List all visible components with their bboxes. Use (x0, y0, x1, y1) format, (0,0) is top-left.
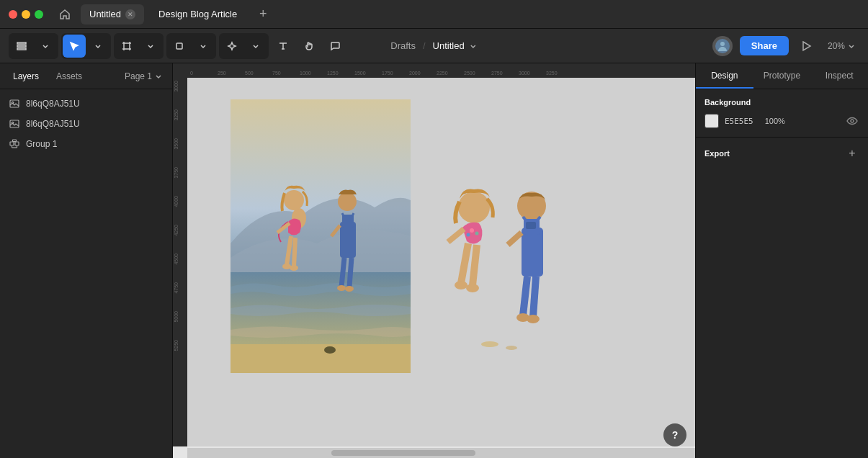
tab-design-blog[interactable]: Design Blog Article (150, 4, 246, 24)
image-layer-icon-2 (9, 118, 20, 130)
svg-rect-20 (10, 142, 14, 145)
visibility-toggle-button[interactable] (845, 114, 859, 128)
tool-group-frame (114, 33, 164, 59)
sidebar-tab-assets[interactable]: Assets (49, 68, 89, 84)
svg-rect-28 (231, 344, 411, 373)
add-tab-button[interactable]: + (254, 6, 272, 23)
zoom-control[interactable]: 20% (823, 38, 859, 54)
page-selector[interactable]: Page 1 (120, 69, 166, 84)
tool-group-cursor (61, 33, 111, 59)
svg-line-63 (533, 277, 536, 317)
svg-rect-2 (17, 48, 26, 50)
svg-line-53 (448, 229, 464, 242)
tool-group-shape (166, 33, 216, 59)
tab-untitled[interactable]: Untitled ✕ (81, 4, 144, 24)
toolbar: Drafts / Untitled Share 20% (0, 29, 868, 63)
export-section: Export + (696, 138, 868, 169)
svg-line-41 (341, 258, 344, 287)
svg-rect-1 (17, 45, 26, 47)
panel-tab-design[interactable]: Design (696, 63, 753, 89)
close-button[interactable] (9, 10, 17, 19)
frame-beach-photo[interactable] (231, 99, 411, 373)
svg-point-67 (481, 341, 498, 347)
background-title: Background (704, 98, 859, 107)
pen-tool-button[interactable] (220, 35, 243, 58)
color-opacity-value: 100% (765, 117, 785, 125)
svg-rect-22 (13, 140, 17, 142)
svg-line-51 (461, 243, 468, 283)
svg-line-64 (508, 233, 522, 245)
minimize-button[interactable] (22, 10, 30, 19)
svg-line-39 (342, 213, 344, 216)
canvas-area[interactable]: 0 250 500 750 1000 1250 1500 1750 2000 2… (173, 63, 695, 458)
page-chevron-icon (155, 73, 162, 80)
frame-tool-button[interactable] (115, 35, 138, 58)
horizontal-scrollbar[interactable] (187, 448, 695, 458)
panel-tab-inspect[interactable]: Inspect (810, 63, 868, 89)
layer-list: 8l6qQ8AJ51U 8l6qQ8AJ51U (0, 89, 172, 158)
background-color-row: E5E5E5 100% (704, 114, 859, 128)
svg-rect-59 (526, 222, 536, 229)
home-icon[interactable] (58, 7, 72, 22)
help-button[interactable]: ? (663, 423, 686, 446)
svg-point-66 (527, 315, 540, 323)
toolbar-left (9, 33, 346, 59)
svg-point-35 (290, 265, 298, 271)
shape-tool-button[interactable] (168, 35, 191, 58)
cursor-tool-button[interactable] (63, 35, 86, 58)
svg-rect-0 (17, 42, 26, 44)
comment-tool-button[interactable] (323, 35, 346, 58)
right-panel: Design Prototype Inspect Background E5E5… (695, 63, 868, 458)
sidebar: Layers Assets Page 1 8l6qQ8AJ51U (0, 63, 173, 458)
svg-point-14 (720, 42, 725, 46)
maximize-button[interactable] (35, 10, 43, 19)
background-section: Background E5E5E5 100% (696, 89, 868, 138)
ruler-corner (173, 63, 187, 78)
svg-marker-15 (803, 42, 810, 50)
svg-point-55 (466, 284, 479, 292)
svg-point-48 (470, 228, 474, 233)
svg-point-54 (455, 281, 467, 289)
text-tool-button[interactable] (272, 35, 295, 58)
color-swatch[interactable] (704, 114, 719, 128)
svg-line-52 (473, 245, 477, 285)
frame-cutout-photo[interactable] (432, 164, 576, 366)
layer-item-2[interactable]: 8l6qQ8AJ51U (0, 114, 172, 134)
toolbar-breadcrumb: Drafts / Untitled (390, 40, 477, 51)
svg-rect-38 (342, 215, 354, 228)
main-layout: Layers Assets Page 1 8l6qQ8AJ51U (0, 63, 868, 458)
svg-point-45 (345, 286, 354, 292)
ruler-vertical: 3000 3250 3500 3750 4000 4250 4500 4750 … (173, 78, 187, 446)
svg-point-44 (337, 285, 346, 291)
breadcrumb-chevron-icon (469, 42, 478, 50)
image-layer-icon (9, 98, 20, 109)
shape-chevron-icon[interactable] (192, 35, 215, 58)
chevron-down-icon[interactable] (34, 35, 57, 58)
svg-line-40 (352, 213, 354, 216)
export-add-button[interactable]: + (845, 146, 859, 161)
svg-line-62 (523, 277, 527, 315)
tool-group-select (9, 33, 58, 59)
svg-line-42 (349, 258, 352, 287)
sidebar-tab-layers[interactable]: Layers (6, 68, 46, 84)
toolbar-right: Share 20% (712, 36, 859, 56)
tab-close-untitled[interactable]: ✕ (125, 9, 135, 19)
pen-chevron-icon[interactable] (244, 35, 267, 58)
hand-tool-button[interactable] (297, 35, 321, 58)
menu-tool-button[interactable] (10, 35, 33, 58)
layer-item-3[interactable]: Group 1 (0, 134, 172, 154)
play-button[interactable] (796, 36, 816, 56)
svg-rect-21 (15, 142, 19, 145)
share-button[interactable]: Share (740, 36, 789, 55)
canvas-content[interactable] (187, 78, 695, 446)
group-layer-icon (9, 138, 20, 150)
cursor-chevron-icon[interactable] (86, 35, 109, 58)
scrollbar-thumb[interactable] (331, 450, 475, 456)
color-hex-value: E5E5E5 (725, 117, 753, 126)
panel-tab-prototype[interactable]: Prototype (753, 63, 811, 89)
svg-point-47 (458, 192, 490, 223)
svg-point-69 (851, 120, 854, 122)
svg-point-36 (338, 192, 357, 211)
frame-chevron-icon[interactable] (139, 35, 162, 58)
layer-item-1[interactable]: 8l6qQ8AJ51U (0, 94, 172, 114)
